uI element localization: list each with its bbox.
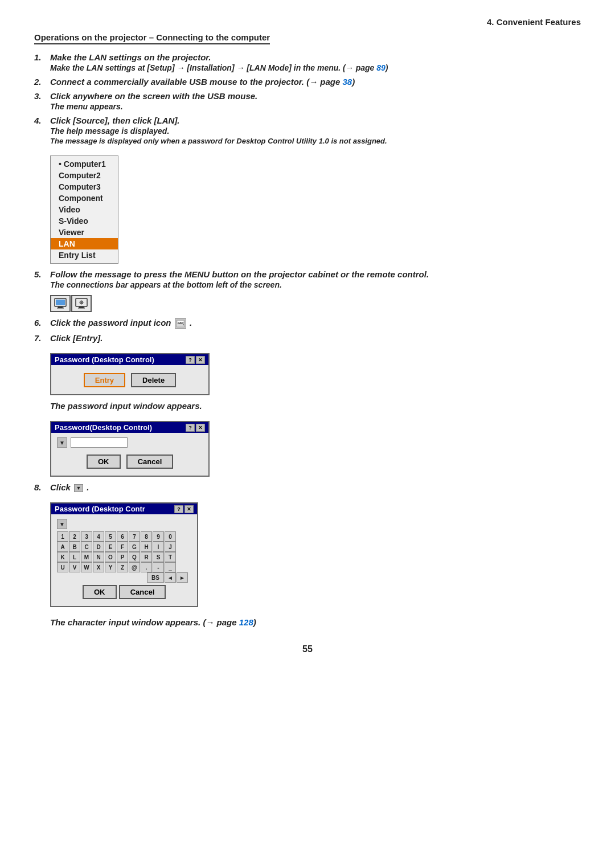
step-1-num: 1. — [34, 52, 50, 62]
key-4[interactable]: 4 — [93, 531, 104, 542]
key-3[interactable]: 3 — [81, 531, 92, 542]
key-x[interactable]: X — [93, 562, 104, 572]
key-b[interactable]: B — [69, 542, 80, 552]
key-o[interactable]: O — [105, 552, 116, 562]
dialog-2-cancel-btn[interactable]: Cancel — [126, 455, 174, 469]
key-left-arrow[interactable]: ◄ — [165, 572, 176, 583]
key-d[interactable]: D — [93, 542, 104, 552]
password-dialog-1: Password (Desktop Control) ? ✕ Entry Del… — [50, 353, 210, 395]
dialog-2-titlebar: Password(Desktop Control) ? ✕ — [51, 422, 208, 433]
key-2[interactable]: 2 — [69, 531, 80, 542]
step-7-content: Click [Entry]. — [50, 333, 581, 343]
menu-item-video: Video — [51, 204, 118, 215]
key-n[interactable]: N — [93, 552, 104, 562]
key-period[interactable]: . — [141, 562, 152, 572]
step-7-sub-text: The password input window appears. — [50, 401, 581, 411]
step-1-sub: Make the LAN settings at [Setup] → [Inst… — [50, 63, 581, 72]
key-u[interactable]: U — [57, 562, 68, 572]
step-3-sub: The menu appears. — [50, 102, 581, 111]
key-r[interactable]: R — [141, 552, 152, 562]
step-1-link[interactable]: 89 — [376, 63, 386, 72]
keyboard-dialog-help-icon[interactable]: ? — [174, 505, 183, 513]
keyboard-dialog-titlebar: Password (Desktop Contr ? ✕ — [51, 503, 197, 514]
step-4-content: Click [Source], then click [LAN]. The he… — [50, 116, 581, 145]
key-j[interactable]: J — [165, 542, 176, 552]
key-v[interactable]: V — [69, 562, 80, 572]
step-7-num: 7. — [34, 333, 50, 343]
step-6-main: Click the password input icon abc . — [50, 318, 581, 329]
dialog-2-ok-btn[interactable]: OK — [87, 455, 121, 469]
step-7: 7. Click [Entry]. — [34, 333, 581, 343]
key-m[interactable]: M — [81, 552, 92, 562]
key-7[interactable]: 7 — [129, 531, 140, 542]
step-1: 1. Make the LAN settings on the projecto… — [34, 52, 581, 72]
step-8: 8. Click ▼ . — [34, 482, 581, 492]
key-1[interactable]: 1 — [57, 531, 68, 542]
key-q[interactable]: Q — [129, 552, 140, 562]
step-8-link[interactable]: 128 — [239, 617, 253, 627]
key-0[interactable]: 0 — [165, 531, 176, 542]
menu-item-computer2: Computer2 — [51, 170, 118, 181]
key-9[interactable]: 9 — [153, 531, 164, 542]
network-icon — [75, 297, 88, 310]
key-y[interactable]: Y — [105, 562, 116, 572]
key-s[interactable]: S — [153, 552, 164, 562]
dialog-1-help-icon[interactable]: ? — [186, 356, 195, 364]
step-5-main: Follow the message to press the MENU but… — [50, 269, 581, 279]
key-i[interactable]: I — [153, 542, 164, 552]
step-8-main: Click ▼ . — [50, 482, 581, 492]
keyboard-ok-btn[interactable]: OK — [83, 585, 117, 599]
dialog-2-buttons: OK Cancel — [57, 451, 203, 471]
dialog-1-delete-btn[interactable]: Delete — [131, 373, 176, 387]
key-row-kt: K L M N O P Q R S T — [57, 552, 191, 562]
chapter-heading: 4. Convenient Features — [34, 17, 581, 27]
dialog-1-close-icon[interactable]: ✕ — [196, 356, 205, 364]
dropdown-arrow-icon[interactable]: ▼ — [57, 437, 67, 448]
step-6-content: Click the password input icon abc . — [50, 318, 581, 329]
step-3: 3. Click anywhere on the screen with the… — [34, 91, 581, 111]
key-6[interactable]: 6 — [117, 531, 128, 542]
dialog-2-input-row: ▼ — [57, 437, 203, 448]
key-z[interactable]: Z — [117, 562, 128, 572]
svg-rect-2 — [57, 308, 64, 309]
keyboard-input-row: ▼ — [57, 519, 191, 529]
keyboard-dropdown-icon[interactable]: ▼ — [57, 519, 67, 529]
step-7-sub: The password input window appears. — [50, 401, 202, 411]
key-e[interactable]: E — [105, 542, 116, 552]
dialog-1-titlebar: Password (Desktop Control) ? ✕ — [51, 354, 208, 365]
key-underscore[interactable]: _ — [165, 562, 176, 572]
key-dash[interactable]: - — [153, 562, 164, 572]
keyboard-dialog-close-icon[interactable]: ✕ — [184, 505, 194, 513]
password-text-input[interactable] — [71, 437, 128, 448]
dialog-2-close-icon[interactable]: ✕ — [196, 424, 205, 432]
key-f[interactable]: F — [117, 542, 128, 552]
key-h[interactable]: H — [141, 542, 152, 552]
step-8-content: Click ▼ . — [50, 482, 581, 492]
key-a[interactable]: A — [57, 542, 68, 552]
key-right-arrow[interactable]: ► — [177, 572, 188, 583]
steps-list: 1. Make the LAN settings on the projecto… — [34, 52, 581, 145]
step-4: 4. Click [Source], then click [LAN]. The… — [34, 116, 581, 145]
key-p[interactable]: P — [117, 552, 128, 562]
key-bs[interactable]: BS — [147, 572, 164, 583]
dialog-1-entry-btn[interactable]: Entry — [84, 373, 125, 387]
key-k[interactable]: K — [57, 552, 68, 562]
dialog-1-buttons: Entry Delete — [57, 370, 203, 390]
key-l[interactable]: L — [69, 552, 80, 562]
keyboard-cancel-btn[interactable]: Cancel — [119, 585, 166, 599]
source-menu: Computer1 Computer2 Computer3 Component … — [50, 155, 118, 264]
key-t[interactable]: T — [165, 552, 176, 562]
key-w[interactable]: W — [81, 562, 92, 572]
step-4-sub: The help message is displayed. — [50, 126, 581, 136]
step-8-num: 8. — [34, 482, 50, 492]
dialog-2-help-icon[interactable]: ? — [186, 424, 195, 432]
dialog-1-title: Password (Desktop Control) — [55, 355, 154, 364]
step-6-period: . — [190, 318, 192, 327]
key-c[interactable]: C — [81, 542, 92, 552]
key-8[interactable]: 8 — [141, 531, 152, 542]
key-at[interactable]: @ — [129, 562, 140, 572]
connections-bar — [50, 295, 581, 312]
key-g[interactable]: G — [129, 542, 140, 552]
key-5[interactable]: 5 — [105, 531, 116, 542]
step-2-link[interactable]: 38 — [342, 77, 352, 87]
